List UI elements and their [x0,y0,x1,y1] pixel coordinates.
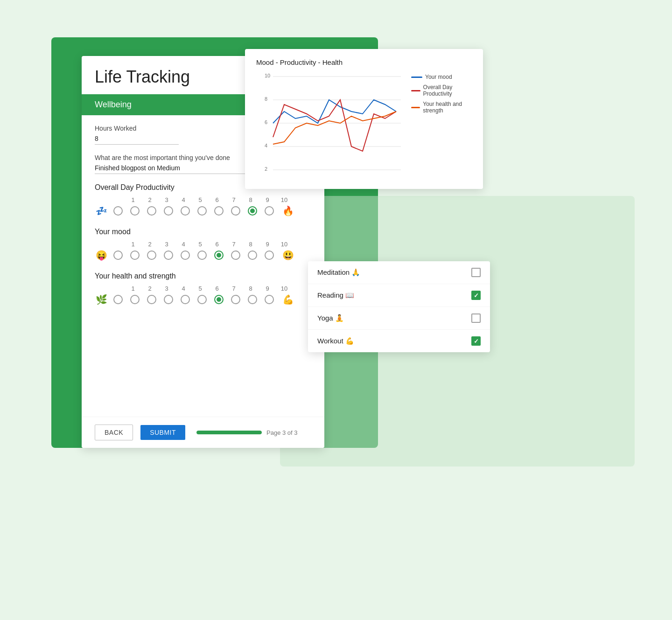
health-label: Your health and strength [95,272,311,280]
radio-option[interactable] [110,206,126,216]
radio-option[interactable] [227,206,244,216]
radio-circle[interactable] [164,206,173,216]
radio-circle[interactable] [265,251,274,260]
list-item: Reading 📖 [308,284,490,307]
health-numbers: 12345678910 [110,285,311,292]
radio-circle[interactable] [130,251,140,260]
radio-option[interactable] [261,251,278,260]
radio-circle[interactable] [231,206,240,216]
radio-circle[interactable] [248,251,257,260]
health-radios [110,295,278,304]
radio-option[interactable] [227,251,244,260]
radio-circle[interactable] [130,295,140,304]
radio-option[interactable] [194,251,210,260]
radio-circle[interactable] [113,251,123,260]
radio-circle[interactable] [147,206,156,216]
radio-option[interactable] [194,295,210,304]
checkbox[interactable] [471,268,481,277]
rating-number: 2 [141,241,158,248]
radio-option[interactable] [126,206,143,216]
radio-option[interactable] [244,206,261,216]
mood-radio-row: 😝 😃 [95,250,311,261]
productivity-radios [110,206,278,216]
rating-number: 9 [259,196,276,203]
mood-section: Your mood 12345678910 😝 😃 [95,228,311,261]
radio-option[interactable] [227,295,244,304]
radio-circle[interactable] [265,206,274,216]
radio-circle[interactable] [197,251,207,260]
chart-area: 10 8 6 4 2 Your moodOverall Day Producti… [256,72,472,176]
back-button[interactable]: BACK [95,425,133,440]
radio-option[interactable] [194,206,210,216]
legend-color-line [411,90,420,91]
rating-number: 1 [125,196,141,203]
radio-circle[interactable] [214,295,224,304]
rating-number: 4 [175,285,192,292]
radio-option[interactable] [210,206,227,216]
radio-option[interactable] [177,206,194,216]
radio-circle[interactable] [248,295,257,304]
radio-option[interactable] [210,295,227,304]
radio-circle[interactable] [197,295,207,304]
radio-option[interactable] [126,251,143,260]
health-radio-row: 🌿 💪 [95,294,311,305]
radio-circle[interactable] [181,295,190,304]
radio-circle[interactable] [130,206,140,216]
radio-option[interactable] [110,295,126,304]
svg-text:10: 10 [265,73,270,78]
radio-option[interactable] [126,295,143,304]
rating-number: 8 [242,196,259,203]
radio-circle[interactable] [113,206,123,216]
legend-item: Overall Day Productivity [411,84,472,97]
radio-option[interactable] [143,206,160,216]
radio-option[interactable] [160,251,177,260]
radio-circle[interactable] [231,295,240,304]
mood-numbers: 12345678910 [110,241,311,248]
radio-option[interactable] [177,295,194,304]
radio-option[interactable] [261,295,278,304]
radio-circle[interactable] [181,251,190,260]
mood-number-row: 12345678910 [125,241,293,248]
radio-circle[interactable] [248,206,257,216]
rating-number: 7 [225,241,242,248]
legend-item: Your mood [411,74,472,80]
radio-option[interactable] [210,251,227,260]
list-item: Meditation 🙏 [308,261,490,284]
list-item: Workout 💪 [308,330,490,352]
productivity-numbers: 12345678910 [110,196,311,203]
chart-title: Mood - Productivity - Health [256,58,472,66]
radio-circle[interactable] [214,251,224,260]
radio-circle[interactable] [147,251,156,260]
rating-number: 8 [242,241,259,248]
radio-option[interactable] [177,251,194,260]
radio-option[interactable] [143,251,160,260]
checkbox[interactable] [471,313,481,323]
radio-option[interactable] [244,251,261,260]
checkbox[interactable] [471,336,481,346]
checklist-card: Meditation 🙏Reading 📖Yoga 🧘Workout 💪 [308,261,490,352]
rating-number: 1 [125,285,141,292]
radio-option[interactable] [110,251,126,260]
radio-circle[interactable] [164,295,173,304]
legend-color-line [411,107,420,108]
radio-circle[interactable] [265,295,274,304]
radio-option[interactable] [143,295,160,304]
chart-svg: 10 8 6 4 2 [256,72,406,176]
radio-circle[interactable] [197,206,207,216]
submit-button[interactable]: SUBMIT [140,425,185,440]
radio-option[interactable] [261,206,278,216]
radio-option[interactable] [160,295,177,304]
radio-circle[interactable] [147,295,156,304]
radio-option[interactable] [244,295,261,304]
radio-circle[interactable] [231,251,240,260]
radio-circle[interactable] [181,206,190,216]
mood-radios [110,251,278,260]
radio-circle[interactable] [214,206,224,216]
rating-number: 5 [192,196,209,203]
radio-circle[interactable] [113,295,123,304]
rating-number: 6 [209,196,225,203]
radio-circle[interactable] [164,251,173,260]
rating-number: 9 [259,285,276,292]
checkbox[interactable] [471,291,481,300]
radio-option[interactable] [160,206,177,216]
